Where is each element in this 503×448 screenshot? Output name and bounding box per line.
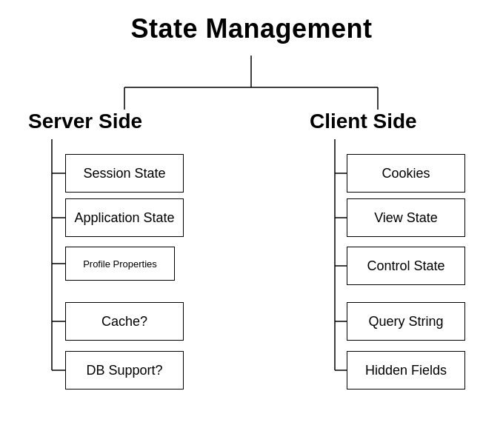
db-support-label: DB Support? xyxy=(86,363,162,378)
client-side-label: Client Side xyxy=(310,110,417,133)
cache-label: Cache? xyxy=(101,314,147,330)
control-state-box: Control State xyxy=(347,247,465,285)
db-support-box: DB Support? xyxy=(65,351,184,390)
application-state-label: Application State xyxy=(74,210,174,226)
view-state-box: View State xyxy=(347,198,465,237)
cache-box: Cache? xyxy=(65,302,184,341)
hidden-fields-label: Hidden Fields xyxy=(365,363,447,378)
hidden-fields-box: Hidden Fields xyxy=(347,351,465,390)
query-string-box: Query String xyxy=(347,302,465,341)
view-state-label: View State xyxy=(374,210,438,226)
session-state-box: Session State xyxy=(65,154,184,193)
session-state-label: Session State xyxy=(83,166,165,181)
profile-properties-label: Profile Properties xyxy=(83,258,157,270)
cookies-label: Cookies xyxy=(382,166,430,181)
control-state-label: Control State xyxy=(367,258,444,274)
server-side-label: Server Side xyxy=(28,110,142,133)
query-string-label: Query String xyxy=(368,314,443,330)
application-state-box: Application State xyxy=(65,198,184,237)
cookies-box: Cookies xyxy=(347,154,465,193)
profile-properties-box: Profile Properties xyxy=(65,247,175,281)
page-title: State Management xyxy=(0,0,503,44)
